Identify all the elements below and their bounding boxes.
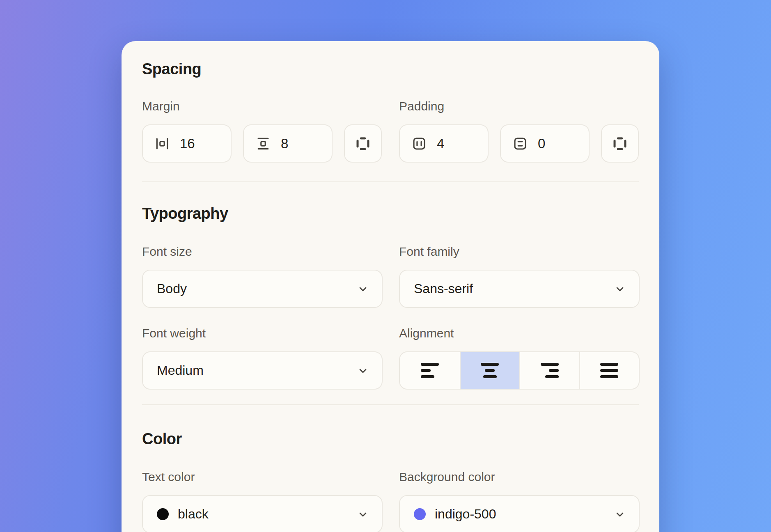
margin-vertical-icon: [255, 136, 271, 151]
chevron-down-icon: [357, 509, 369, 520]
font-weight-value: Medium: [157, 363, 204, 378]
align-left-button[interactable]: [400, 352, 460, 389]
text-color-dropdown[interactable]: black: [142, 495, 383, 532]
margin-horizontal-value: 16: [180, 136, 195, 151]
spacing-section-title: Spacing: [142, 60, 639, 78]
individual-sides-icon: [355, 135, 371, 152]
padding-vertical-icon: [512, 136, 528, 151]
chevron-down-icon: [614, 509, 626, 520]
individual-sides-icon: [612, 135, 628, 152]
margin-controls: 16 8: [142, 124, 383, 163]
chevron-down-icon: [357, 365, 369, 376]
padding-horizontal-input[interactable]: 4: [399, 124, 489, 163]
margin-vertical-input[interactable]: 8: [243, 124, 333, 163]
alignment-button-group: [399, 351, 640, 390]
style-inspector-panel: Spacing Margin Padding 16 8: [122, 41, 659, 532]
background-color-label: Background color: [399, 470, 640, 484]
text-color-label: Text color: [142, 470, 383, 484]
align-right-icon: [541, 363, 559, 378]
padding-individual-sides-button[interactable]: [601, 124, 639, 163]
align-justify-icon: [600, 363, 618, 378]
font-family-dropdown[interactable]: Sans-serif: [399, 270, 640, 308]
padding-controls: 4 0: [399, 124, 640, 163]
align-left-icon: [421, 363, 439, 378]
alignment-label: Alignment: [399, 326, 640, 341]
background-color-value: indigo-500: [435, 507, 496, 522]
padding-horizontal-icon: [411, 136, 427, 151]
align-justify-button[interactable]: [579, 352, 639, 389]
background-color-swatch: [414, 508, 426, 520]
text-color-value: black: [178, 507, 209, 522]
align-right-button[interactable]: [519, 352, 579, 389]
align-center-button[interactable]: [460, 352, 520, 389]
font-family-value: Sans-serif: [414, 281, 473, 296]
padding-horizontal-value: 4: [437, 136, 444, 151]
margin-label: Margin: [142, 99, 383, 114]
margin-individual-sides-button[interactable]: [344, 124, 382, 163]
typography-section-title: Typography: [142, 204, 639, 223]
padding-vertical-value: 0: [538, 136, 545, 151]
chevron-down-icon: [614, 283, 626, 295]
font-size-label: Font size: [142, 244, 383, 259]
font-weight-dropdown[interactable]: Medium: [142, 351, 383, 390]
font-weight-label: Font weight: [142, 326, 383, 341]
padding-vertical-input[interactable]: 0: [500, 124, 590, 163]
padding-label: Padding: [399, 99, 640, 114]
margin-horizontal-input[interactable]: 16: [142, 124, 232, 163]
margin-vertical-value: 8: [281, 136, 288, 151]
text-color-swatch: [157, 508, 169, 520]
font-size-dropdown[interactable]: Body: [142, 270, 383, 308]
background-color-dropdown[interactable]: indigo-500: [399, 495, 640, 532]
margin-horizontal-icon: [154, 136, 170, 151]
color-section-title: Color: [142, 430, 639, 448]
font-family-label: Font family: [399, 244, 640, 259]
chevron-down-icon: [357, 283, 369, 295]
align-center-icon: [481, 363, 499, 378]
font-size-value: Body: [157, 281, 187, 296]
section-divider: [142, 404, 639, 405]
section-divider: [142, 181, 639, 182]
